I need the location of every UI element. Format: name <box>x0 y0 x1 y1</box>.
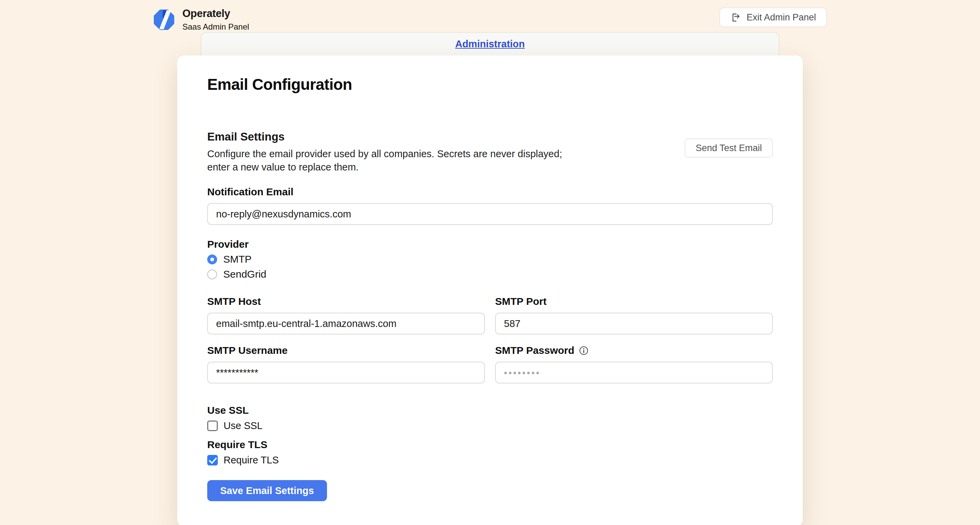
use-ssl-checkbox[interactable] <box>207 420 218 431</box>
info-circle-icon <box>579 346 588 355</box>
section-heading: Email Settings <box>207 130 571 143</box>
smtp-port-input[interactable] <box>495 313 773 334</box>
smtp-username-label: SMTP Username <box>207 345 485 356</box>
section-description: Configure the email provider used by all… <box>207 147 571 174</box>
require-tls-checkbox-row[interactable]: Require TLS <box>207 455 773 466</box>
notification-email-label: Notification Email <box>207 186 773 198</box>
provider-option-smtp[interactable]: SMTP <box>207 253 773 265</box>
smtp-radio-label: SMTP <box>223 253 251 265</box>
use-ssl-checkbox-row[interactable]: Use SSL <box>207 420 773 431</box>
smtp-credentials-row: SMTP Username SMTP Password <box>207 345 773 383</box>
use-ssl-label: Use SSL <box>207 404 773 416</box>
require-tls-field: Require TLS Require TLS <box>207 439 773 466</box>
require-tls-label: Require TLS <box>207 439 773 450</box>
smtp-username-input[interactable] <box>207 362 485 383</box>
smtp-password-field: SMTP Password <box>495 345 773 383</box>
brand-subtitle: Saas Admin Panel <box>182 22 249 32</box>
email-configuration-card: Email Configuration Email Settings Confi… <box>177 56 803 525</box>
smtp-password-input[interactable] <box>495 362 773 383</box>
smtp-username-field: SMTP Username <box>207 345 485 383</box>
send-test-email-button[interactable]: Send Test Email <box>685 138 773 158</box>
smtp-password-label: SMTP Password <box>495 345 574 356</box>
use-ssl-field: Use SSL Use SSL <box>207 404 773 431</box>
sendgrid-radio[interactable] <box>207 269 217 279</box>
smtp-host-field: SMTP Host <box>207 296 485 334</box>
smtp-radio[interactable] <box>207 255 217 264</box>
exit-door-arrow-icon <box>730 12 741 23</box>
smtp-port-label: SMTP Port <box>495 296 773 307</box>
page-title: Email Configuration <box>207 75 773 94</box>
notification-email-input[interactable] <box>207 203 773 225</box>
sendgrid-radio-label: SendGrid <box>223 269 266 280</box>
smtp-host-port-row: SMTP Host SMTP Port <box>207 296 773 334</box>
smtp-host-label: SMTP Host <box>207 296 485 307</box>
provider-label: Provider <box>207 239 773 250</box>
app-header: Operately Saas Admin Panel Exit Admin Pa… <box>0 0 980 32</box>
operately-logo-icon <box>153 9 175 30</box>
smtp-host-input[interactable] <box>207 313 485 334</box>
save-email-settings-button[interactable]: Save Email Settings <box>207 480 327 501</box>
require-tls-checkbox-label: Require TLS <box>224 455 279 466</box>
provider-field: Provider SMTP SendGrid <box>207 239 773 280</box>
email-settings-section-header: Email Settings Configure the email provi… <box>207 130 773 174</box>
notification-email-field: Notification Email <box>207 186 773 225</box>
administration-link[interactable]: Administration <box>455 38 525 50</box>
smtp-port-field: SMTP Port <box>495 296 773 334</box>
admin-nav-strip: Administration <box>201 32 779 56</box>
require-tls-checkbox[interactable] <box>207 455 218 465</box>
exit-admin-panel-button[interactable]: Exit Admin Panel <box>719 8 827 27</box>
use-ssl-checkbox-label: Use SSL <box>224 420 262 431</box>
provider-option-sendgrid[interactable]: SendGrid <box>207 269 773 280</box>
brand-name: Operately <box>182 8 249 20</box>
brand: Operately Saas Admin Panel <box>153 8 249 32</box>
exit-admin-panel-label: Exit Admin Panel <box>746 12 816 23</box>
